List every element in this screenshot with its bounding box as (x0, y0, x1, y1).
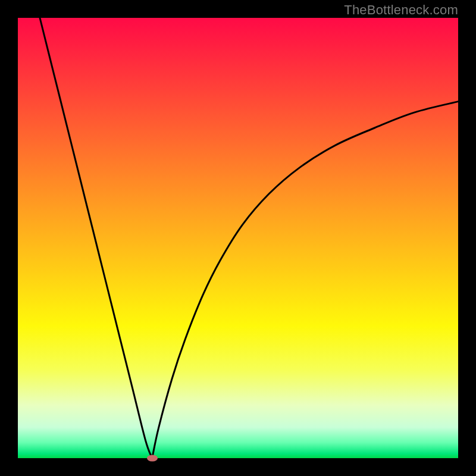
curve-svg (18, 18, 458, 458)
watermark-text: TheBottleneck.com (344, 2, 458, 18)
plot-area (18, 18, 458, 458)
chart-frame: TheBottleneck.com (0, 0, 476, 476)
curve-right (152, 102, 458, 458)
curve-left (40, 18, 152, 458)
minimum-marker (147, 455, 158, 462)
